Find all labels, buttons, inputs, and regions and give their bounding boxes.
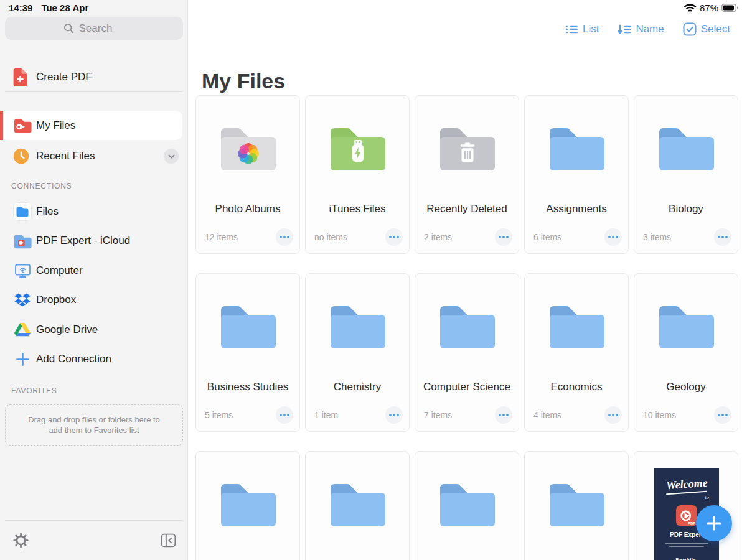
favorites-hint: Drag and drop files or folders here to a… [22,414,166,436]
sort-label: Name [636,23,664,35]
connection-label: PDF Expert - iCloud [36,235,130,247]
blue-folder-icon [326,478,390,531]
create-pdf-icon [13,68,27,86]
sidebar-item-my-files[interactable]: My Files [0,111,182,140]
card-footer: 4 items [533,406,622,424]
list-view-button[interactable]: List [565,22,599,36]
dropbox-icon [12,293,32,307]
item-count: 3 items [643,232,671,242]
connection-label: Files [36,205,59,218]
create-pdf-button[interactable]: Create PDF [0,65,187,90]
item-count: 10 items [643,410,676,420]
selected-accent-bar [0,111,3,140]
document-card[interactable]: Welcome to PDF PDF Expert Readdle. [634,451,738,560]
view-toolbar: List Name Select [565,22,730,36]
folder-name: Biology [638,203,734,215]
sidebar-connection-dropbox[interactable]: Dropbox [0,286,187,315]
connection-label: Add Connection [36,353,111,365]
blue-folder-icon [435,478,500,531]
poster-subtitle: to [705,494,709,500]
blue-folder-icon [216,300,281,353]
chevron-down-icon [167,152,176,161]
connection-label: Google Drive [36,324,98,336]
sidebar-divider [5,91,182,92]
blue-folder-icon [654,300,719,353]
blue-folder-icon [654,122,719,175]
folder-card[interactable]: iTunes Filesno items [305,95,410,254]
footer-divider [5,520,182,521]
recent-files-label: Recent Files [36,150,95,162]
pdf-expert-app-icon: PDF [676,505,697,526]
ellipsis-icon [498,413,509,417]
card-footer: 1 item [314,406,403,424]
folder-card[interactable] [524,451,629,560]
folder-name: Photo Albums [200,203,296,215]
search-field[interactable] [5,17,183,40]
add-new-fab-button[interactable] [696,505,732,541]
folder-card[interactable]: Assignments6 items [524,95,629,254]
blue-folder-icon [545,300,609,353]
connection-label: Computer [36,264,83,277]
blue-folder-icon [545,122,609,175]
folder-card[interactable]: Biology3 items [634,95,738,254]
folder-card[interactable] [415,451,519,560]
sort-by-name-button[interactable]: Name [618,22,664,36]
folder-card[interactable]: Business Studies5 items [195,273,300,432]
sidebar-connection-add-connection[interactable]: Add Connection [0,345,187,375]
folder-card[interactable]: Geology10 items [634,273,738,432]
search-input[interactable] [78,22,125,35]
favorites-header: FAVORITES [11,386,57,395]
folder-card[interactable]: Photo Albums12 items [195,95,300,254]
ellipsis-icon [279,235,290,239]
folder-name: Recently Deleted [419,203,515,215]
more-options-button[interactable] [276,228,293,246]
more-options-button[interactable] [714,228,731,246]
sidebar-connection-pdf-expert-icloud[interactable]: PDF Expert - iCloud [0,226,187,256]
plus-icon [706,515,722,531]
more-options-button[interactable] [495,228,512,246]
add-plus-icon [12,352,32,367]
select-button[interactable]: Select [683,22,730,36]
ellipsis-icon [717,413,728,417]
pdf-badge: PDF [688,521,695,525]
collapse-sidebar-button[interactable] [159,531,177,549]
more-options-button[interactable] [276,406,293,424]
folder-name: Economics [529,381,624,393]
more-options-button[interactable] [604,228,622,246]
item-count: 12 items [205,232,238,242]
settings-button[interactable] [12,531,29,549]
more-options-button[interactable] [604,406,622,424]
folder-card[interactable]: Chemistry1 item [305,273,410,432]
ellipsis-icon [388,235,400,239]
more-options-button[interactable] [495,406,512,424]
folder-card[interactable]: Recently Deleted2 items [415,95,519,254]
status-date: Tue 28 Apr [41,2,88,13]
more-options-button[interactable] [714,406,731,424]
more-options-button[interactable] [385,228,403,246]
item-count: 7 items [424,410,452,420]
ellipsis-icon [608,413,619,417]
more-options-button[interactable] [385,406,403,424]
folder-card[interactable] [195,451,300,560]
folder-card[interactable] [305,451,410,560]
blue-folder-icon [435,300,500,353]
sidebar-connection-google-drive[interactable]: Google Drive [0,315,187,345]
ellipsis-icon [279,413,290,417]
battery-icon [721,4,739,12]
folder-name: Assignments [529,203,624,215]
ellipsis-icon [717,235,728,239]
blue-folder-icon [216,478,281,531]
folder-name: Geology [638,381,734,393]
poster-title: Welcome [665,477,708,493]
sidebar-connection-files[interactable]: Files [0,197,187,226]
folder-card[interactable]: Computer Science7 items [415,273,519,432]
favorites-dropzone[interactable]: Drag and drop files or folders here to a… [5,404,183,446]
card-footer: no items [314,228,403,246]
connections-list: FilesPDF Expert - iCloudComputerDropboxG… [0,197,187,374]
ellipsis-icon [608,235,619,239]
sidebar-connection-computer[interactable]: Computer [0,256,187,286]
recent-files-expand-button[interactable] [164,149,179,164]
folder-name: Computer Science [419,381,515,393]
sidebar-item-recent-files[interactable]: Recent Files [0,144,187,169]
folder-card[interactable]: Economics4 items [524,273,629,432]
